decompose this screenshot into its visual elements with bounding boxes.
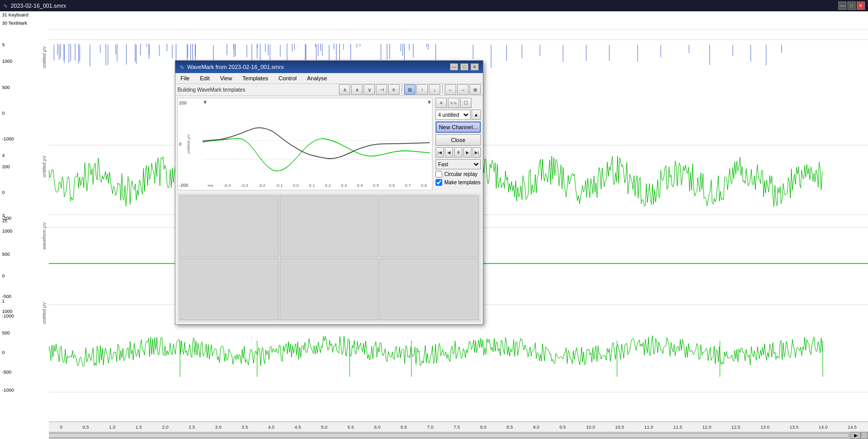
circular-replay-checkbox[interactable] xyxy=(436,171,442,178)
waveform-toolbar: ∧ ∧ ∨ ⊣ ≡ ⊞ ↑ ↓ ← → ⊕ xyxy=(339,84,481,95)
dialog-title-btns[interactable]: — □ ✕ xyxy=(450,63,479,71)
ch15-unit-label: waveform µV xyxy=(42,222,47,250)
classify-btn-wave[interactable]: ∿∿ xyxy=(448,98,459,108)
template-cell-5 xyxy=(280,258,379,320)
status-toolbar-row: Building WaveMark templates ∧ ∧ ∨ ⊣ ≡ ⊞ … xyxy=(175,84,483,96)
ch1-unit-label: untitled µV xyxy=(42,302,47,324)
dialog-close-btn[interactable]: ✕ xyxy=(471,63,479,71)
y-tick-200: 200 xyxy=(179,100,202,106)
speed-select[interactable]: Fast Normal Slow xyxy=(436,159,481,169)
y-tick--200: -200 xyxy=(179,183,202,188)
ch31-label: 31 Keyboard xyxy=(2,12,28,17)
wave-btn2[interactable]: ∧ xyxy=(351,84,363,95)
minimize-btn[interactable]: — xyxy=(838,2,846,10)
menu-templates[interactable]: Templates xyxy=(239,74,271,82)
waveform-area: 200 0 -200 xyxy=(177,98,432,190)
ch5-label: 5 1000 500 0 -1000 xyxy=(2,42,14,142)
new-channel-button[interactable]: New Channel... xyxy=(436,121,481,133)
wavemark-dialog[interactable]: ∿ WaveMark from 2023-02-16_001.smrx — □ … xyxy=(175,60,483,325)
classify-btn-box[interactable]: ☐ xyxy=(460,98,472,108)
playback-controls: |◀ ◀ ⏸ ▶ ▶| xyxy=(436,147,481,157)
next-btn[interactable]: → xyxy=(457,84,468,95)
classify-btn-lines[interactable]: ≡ xyxy=(436,98,447,108)
y-label: untitled µV xyxy=(186,134,191,154)
nudge-down-btn[interactable]: ↓ xyxy=(429,84,440,95)
menu-edit[interactable]: Edit xyxy=(197,74,213,82)
template-cell-3 xyxy=(379,196,479,257)
title-bar-controls[interactable]: — □ ✕ xyxy=(838,2,865,10)
horizontal-scrollbar[interactable]: ◀ ▶ xyxy=(0,432,868,439)
time-ruler: 0 0.5 1.0 1.5 2.0 2.5 3.0 3.5 4.0 4.5 5.… xyxy=(49,422,868,432)
menu-file[interactable]: File xyxy=(177,74,193,82)
close-btn[interactable]: ✕ xyxy=(857,2,865,10)
dialog-icon: ∿ xyxy=(179,64,184,71)
title-bar-title: 2023-02-16_001.smrx xyxy=(11,3,66,9)
play-end-btn[interactable]: ▶| xyxy=(473,147,481,157)
channel-labels: 31 Keyboard 30 TextMark 5 1000 500 0 -10… xyxy=(0,11,49,439)
wave-btn3[interactable]: ∨ xyxy=(364,84,375,95)
circular-replay-row: Circular replay xyxy=(436,171,481,178)
template-cell-2 xyxy=(280,196,379,257)
template-cell-6 xyxy=(379,258,479,320)
x-axis: ms -0.4 -0.3 -0.2 -0.1 0.0 0.1 0.2 0.3 0… xyxy=(203,181,432,190)
template-cell-4 xyxy=(179,258,279,320)
dialog-menubar: File Edit View Templates Control Analyse xyxy=(175,73,483,84)
dialog-maximize-btn[interactable]: □ xyxy=(460,63,468,71)
ch4-unit-label: untitled µV xyxy=(42,155,47,178)
play-pause-btn[interactable]: ⏸ xyxy=(454,147,462,157)
make-templates-row: Make templates xyxy=(436,179,481,186)
ch3-label: 3 xyxy=(2,213,5,218)
scroll-right-btn[interactable]: ▶ xyxy=(851,432,861,439)
toolbar-sep1 xyxy=(402,84,402,94)
channel-spinner-up[interactable]: ▲ xyxy=(472,110,481,120)
classify-btns: ≡ ∿∿ ☐ xyxy=(436,98,481,108)
make-templates-checkbox[interactable] xyxy=(436,179,442,186)
channel-dropdown-row: 4 untitled 1 untitled 2 untitled 3 untit… xyxy=(436,110,481,120)
waveform-svg xyxy=(203,100,430,181)
select-mode-btn[interactable]: ⊞ xyxy=(404,84,415,95)
dialog-title: WaveMark from 2023-02-16_001.smrx xyxy=(187,64,284,70)
title-bar: ∿ 2023-02-16_001.smrx — □ ✕ xyxy=(0,0,868,11)
right-panel: ≡ ∿∿ ☐ 4 untitled 1 untitled 2 untitled … xyxy=(433,96,483,192)
all-btn[interactable]: ⊕ xyxy=(469,84,481,95)
wave-btn5[interactable]: ≡ xyxy=(388,84,400,95)
app-icon: ∿ xyxy=(3,3,8,9)
play-prev-btn[interactable]: ◀ xyxy=(445,147,453,157)
prev-btn[interactable]: ← xyxy=(445,84,456,95)
dialog-titlebar: ∿ WaveMark from 2023-02-16_001.smrx — □ … xyxy=(175,61,483,73)
menu-view[interactable]: View xyxy=(217,74,236,82)
template-grid xyxy=(177,194,481,322)
menu-analyse[interactable]: Analyse xyxy=(304,74,330,82)
app-area: 31 Keyboard 30 TextMark 5 1000 500 0 -10… xyxy=(0,11,868,439)
dialog-title-left: ∿ WaveMark from 2023-02-16_001.smrx xyxy=(179,64,284,71)
ch5-unit-label: untitled µV xyxy=(42,46,47,68)
close-button[interactable]: Close xyxy=(436,134,481,146)
ch1-label: 1 1000 500 0 -500 -1000 xyxy=(2,298,14,393)
dialog-minimize-btn[interactable]: — xyxy=(450,63,458,71)
wave-btn4[interactable]: ⊣ xyxy=(376,84,387,95)
wave-btn1[interactable]: ∧ xyxy=(339,84,350,95)
scrollbar-track[interactable] xyxy=(12,433,848,437)
status-text: Building WaveMark templates xyxy=(177,87,337,93)
menu-control[interactable]: Control xyxy=(276,74,300,82)
dialog-body: 200 0 -200 xyxy=(175,96,483,192)
template-cell-1 xyxy=(179,196,279,257)
corner-btn[interactable] xyxy=(861,432,868,439)
play-next-btn[interactable]: ▶ xyxy=(463,147,472,157)
ch4-label: 4 200 0 -200 xyxy=(2,153,11,221)
play-start-btn[interactable]: |◀ xyxy=(436,147,444,157)
toolbar-sep2 xyxy=(442,84,443,94)
channel-select[interactable]: 4 untitled 1 untitled 2 untitled 3 untit… xyxy=(436,110,471,120)
make-templates-label: Make templates xyxy=(444,180,481,185)
nudge-up-btn[interactable]: ↑ xyxy=(417,84,428,95)
title-bar-left: ∿ 2023-02-16_001.smrx xyxy=(3,3,66,9)
maximize-btn[interactable]: □ xyxy=(847,2,856,10)
ch30-label: 30 TextMark xyxy=(2,21,27,26)
circular-replay-label: Circular replay xyxy=(444,171,477,177)
